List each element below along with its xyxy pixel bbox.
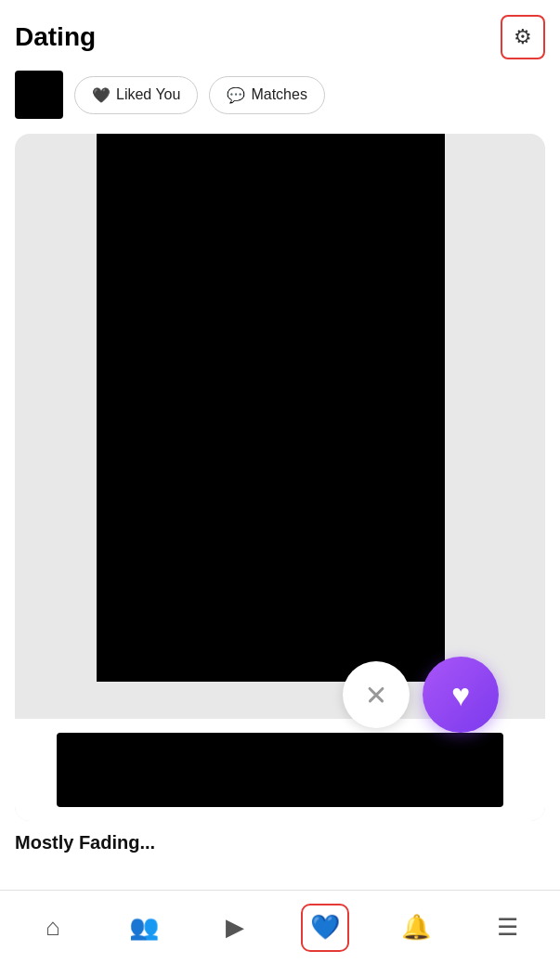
home-icon: ⌂ — [46, 913, 60, 942]
friends-icon: 👥 — [129, 913, 159, 942]
menu-icon: ☰ — [497, 913, 518, 942]
nav-watch[interactable]: ▶ — [211, 904, 259, 952]
nav-dating[interactable]: 💙 — [301, 904, 349, 952]
below-card-text: Mostly Fading... — [15, 832, 155, 853]
nav-menu[interactable]: ☰ — [483, 904, 531, 952]
nav-home[interactable]: ⌂ — [29, 904, 77, 952]
nav-friends[interactable]: 👥 — [120, 904, 168, 952]
profile-info-bar — [57, 733, 503, 807]
user-avatar — [15, 71, 63, 119]
tab-matches[interactable]: 💬 Matches — [209, 76, 324, 114]
matches-icon: 💬 — [227, 86, 245, 104]
page-title: Dating — [15, 22, 96, 52]
settings-button[interactable]: ⚙ — [501, 15, 545, 59]
bottom-nav: ⌂ 👥 ▶ 💙 🔔 ☰ — [0, 890, 560, 964]
liked-you-icon: 🖤 — [92, 86, 111, 104]
liked-you-label: Liked You — [116, 86, 180, 103]
like-heart-icon: ♥ — [451, 677, 470, 713]
dismiss-button[interactable] — [343, 661, 410, 728]
nav-notifications[interactable]: 🔔 — [392, 904, 440, 952]
like-button[interactable]: ♥ — [423, 657, 499, 733]
header: Dating ⚙ — [0, 0, 560, 71]
card-bottom-bar — [15, 719, 545, 821]
profile-image — [97, 134, 445, 682]
tab-liked-you[interactable]: 🖤 Liked You — [74, 76, 198, 114]
dating-nav-icon: 💙 — [310, 913, 340, 942]
watch-icon: ▶ — [226, 913, 244, 942]
action-buttons: ♥ — [343, 657, 499, 733]
gear-icon: ⚙ — [514, 25, 532, 49]
dismiss-icon — [363, 682, 389, 708]
bell-icon: 🔔 — [401, 913, 431, 942]
profile-card: ♥ — [15, 134, 545, 821]
tabs-row: 🖤 Liked You 💬 Matches — [0, 71, 560, 134]
matches-label: Matches — [251, 86, 306, 103]
below-card-section: Mostly Fading... — [0, 821, 560, 853]
